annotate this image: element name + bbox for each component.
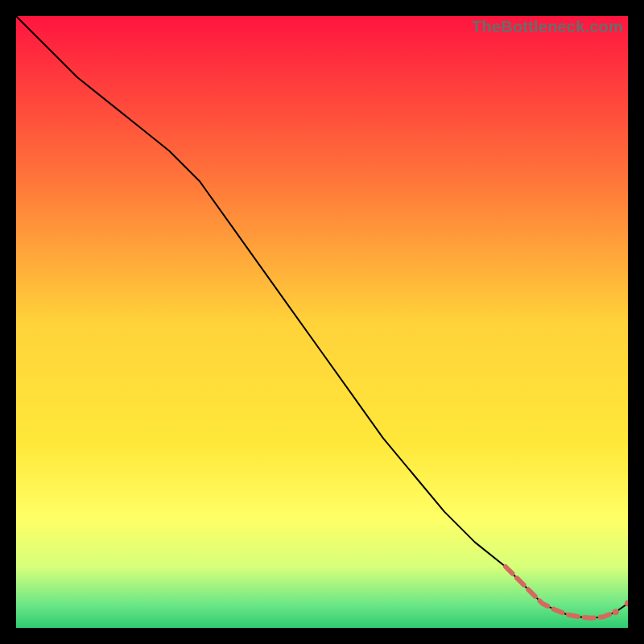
watermark-text: TheBottleneck.com xyxy=(472,18,623,36)
plot-area xyxy=(16,16,628,628)
data-point xyxy=(613,609,619,615)
chart-svg xyxy=(16,16,628,628)
gradient-background xyxy=(16,16,628,628)
chart-frame: TheBottleneck.com xyxy=(16,16,628,628)
